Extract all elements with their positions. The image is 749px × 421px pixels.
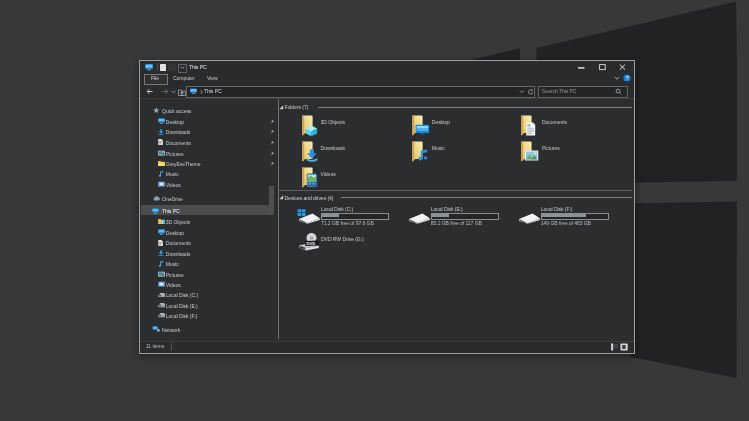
svg-text:?: ? bbox=[625, 75, 628, 81]
svg-text:DVD: DVD bbox=[306, 241, 315, 246]
